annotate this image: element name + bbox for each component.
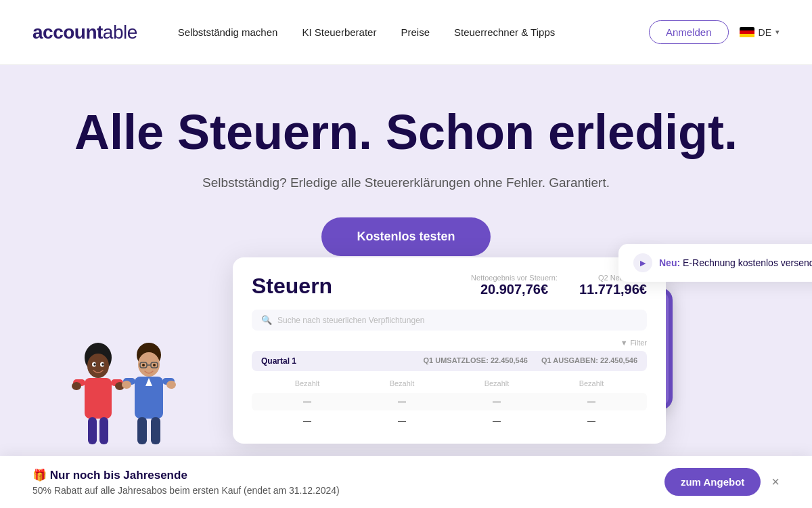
nav-links: Selbstständig machen KI Steuerberater Pr… [178,26,622,38]
svg-point-1 [87,354,109,378]
table-rows: — — — — — — — — [252,393,647,430]
promo-title-text: Nur noch bis Jahresende [50,469,187,482]
col-header-2: Bezahlt [356,379,448,387]
flag-de [740,27,754,38]
table-row: — — — — [252,412,647,430]
col-header-4: Bezahlt [545,379,637,387]
person-man [118,339,179,447]
svg-point-25 [166,381,176,389]
zum-angebot-button[interactable]: zum Angebot [664,468,761,496]
close-promo-button[interactable]: × [771,474,780,490]
language-selector[interactable]: DE ▾ [740,27,780,38]
stat2-value: 11.771,96€ [579,282,647,297]
promo-actions: zum Angebot × [664,468,780,496]
hero-section: Alle Steuern. Schon erledigt. Selbststän… [0,65,812,508]
svg-rect-26 [137,417,147,444]
svg-point-5 [102,363,104,366]
svg-point-18 [142,364,145,366]
promo-subtitle: 50% Rabatt auf alle Jahresabos beim erst… [32,485,340,496]
svg-rect-12 [99,417,108,444]
svg-rect-11 [88,417,97,444]
quartal-label: Quartal 1 [261,356,296,366]
promo-icon: 🎁 [32,469,47,482]
table-row: — — — — [252,393,647,410]
nav-link-ki[interactable]: KI Steuerberater [302,26,376,38]
search-placeholder: Suche nach steuerlichen Verpflichtungen [277,316,424,325]
app-search-bar[interactable]: 🔍 Suche nach steuerlichen Verpflichtunge… [252,310,647,331]
svg-point-24 [122,381,131,389]
navbar: accountable Selbstständig machen KI Steu… [0,0,812,65]
people-illustration [68,312,189,447]
quartal-stat1: Q1 UMSATZLOSE: 22.450,546 [423,356,527,366]
search-icon: 🔍 [261,315,272,325]
filter-label: Filter [631,339,647,347]
col-header-3: Bezahlt [451,379,543,387]
table-header: Bezahlt Bezahlt Bezahlt Bezahlt [252,377,647,390]
neue-label: Neu: [659,257,680,268]
svg-point-9 [72,382,81,390]
svg-point-4 [93,363,96,366]
app-preview-card: Steuern Nettoegebnis vor Steuern: 20.907… [233,257,666,444]
nav-right: Anmelden DE ▾ [649,20,780,44]
stat1-label: Nettoegebnis vor Steuern: [471,274,558,282]
chevron-down-icon: ▾ [775,28,780,37]
neue-feature-bubble[interactable]: ▶ Neu: E-Rechnung kostenlos versenden [618,244,812,282]
promo-title: 🎁 Nur noch bis Jahresende [32,468,340,482]
svg-rect-27 [151,417,160,444]
app-section-title: Steuern [252,274,332,299]
quartal-stat2: Q1 AUSGABEN: 22.450,546 [541,356,637,366]
nav-link-preise[interactable]: Preise [401,26,430,38]
stat1-value: 20.907,76€ [471,282,558,297]
nav-link-selbststaendig[interactable]: Selbstständig machen [178,26,278,38]
nav-link-steuerrechner[interactable]: Steuerrechner & Tipps [454,26,555,38]
col-header-1: Bezahlt [261,379,353,387]
brand-name: accountable [32,22,137,43]
hero-subtitle: Selbstständig? Erledige alle Steuererklä… [32,175,780,190]
promo-content: 🎁 Nur noch bis Jahresende 50% Rabatt auf… [32,468,340,496]
play-icon: ▶ [633,253,652,272]
brand-logo[interactable]: accountable [32,22,137,43]
promo-banner: 🎁 Nur noch bis Jahresende 50% Rabatt auf… [0,456,812,508]
quartal-bar: Quartal 1 Q1 UMSATZLOSE: 22.450,546 Q1 A… [252,351,647,371]
svg-point-19 [153,364,156,366]
filter-icon: ▼ [621,339,628,347]
lang-label: DE [759,27,771,38]
svg-rect-6 [85,378,112,419]
hero-title: Alle Steuern. Schon erledigt. [32,106,780,159]
neue-text: E-Rechnung kostenlos versenden [683,257,812,268]
filter-row: ▼ Filter [252,339,647,347]
anmelden-button[interactable]: Anmelden [649,20,729,44]
